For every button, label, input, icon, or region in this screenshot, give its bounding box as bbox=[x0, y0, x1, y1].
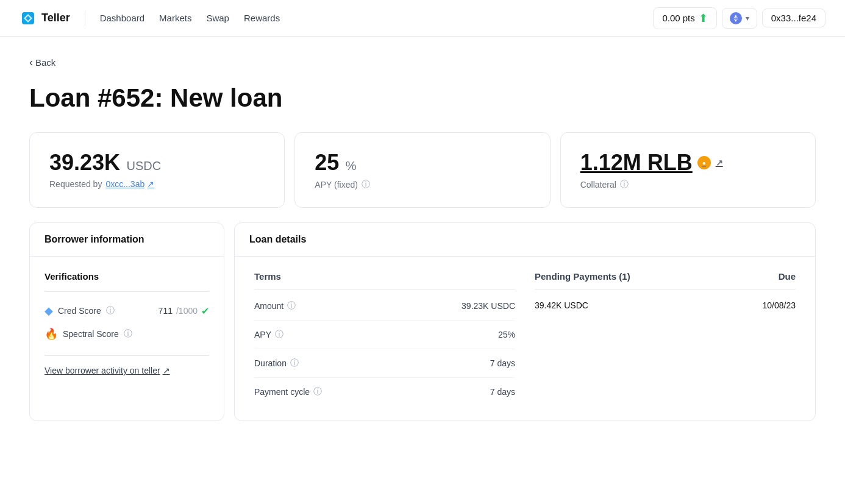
requester-link[interactable]: 0xcc...3ab ↗ bbox=[105, 179, 154, 189]
cred-score-max: /1000 bbox=[176, 306, 198, 316]
apy-info-icon[interactable]: ⓘ bbox=[362, 179, 370, 190]
cred-score-left: ◆ Cred Score ⓘ bbox=[45, 304, 115, 318]
duration-info-icon[interactable]: ⓘ bbox=[290, 358, 299, 369]
collateral-link[interactable]: 1.12M RLB ● ↗ bbox=[580, 150, 723, 176]
loan-apy-row: APY ⓘ 25% bbox=[254, 321, 515, 349]
apy-unit: % bbox=[346, 159, 357, 172]
pending-title: Pending Payments (1) bbox=[535, 271, 630, 282]
amount-info-icon[interactable]: ⓘ bbox=[287, 300, 296, 311]
rlb-token-icon: ● bbox=[697, 156, 711, 169]
bottom-sections: Borrower information Verifications ◆ Cre… bbox=[29, 222, 816, 421]
nav-dashboard[interactable]: Dashboard bbox=[100, 13, 144, 23]
payment-cycle-info-icon[interactable]: ⓘ bbox=[313, 386, 322, 397]
pending-payment-row: 39.42K USDC 10/08/23 bbox=[535, 292, 796, 319]
cred-score-row: ◆ Cred Score ⓘ 711 /1000 ✔ bbox=[45, 299, 209, 322]
back-label: Back bbox=[35, 57, 55, 68]
cred-score-label: Cred Score bbox=[58, 306, 101, 316]
terms-column: Terms Amount ⓘ 39.23K USDC APY bbox=[254, 271, 515, 406]
logo[interactable]: Teller bbox=[20, 10, 70, 27]
verifications-title: Verifications bbox=[45, 271, 209, 282]
collateral-card: 1.12M RLB ● ↗ Collateral ⓘ bbox=[560, 132, 816, 208]
apy-row-value: 25% bbox=[498, 330, 515, 339]
navbar-right: 0.00 pts ⬆ ▾ 0x33...fe24 bbox=[653, 7, 825, 29]
loan-section-header: Loan details bbox=[235, 223, 815, 257]
nav-divider bbox=[85, 11, 85, 26]
eth-logo-icon bbox=[730, 12, 742, 24]
pending-column: Pending Payments (1) Due 39.42K USDC 10/… bbox=[535, 271, 796, 406]
pending-col-header: Pending Payments (1) Due bbox=[535, 271, 796, 289]
amount-unit: USDC bbox=[127, 159, 162, 172]
back-button[interactable]: ‹ Back bbox=[29, 56, 55, 69]
loan-section-body: Terms Amount ⓘ 39.23K USDC APY bbox=[235, 257, 815, 421]
borrower-section: Borrower information Verifications ◆ Cre… bbox=[29, 222, 224, 421]
apy-number: 25 bbox=[315, 150, 339, 175]
view-borrower-external-icon: ↗ bbox=[163, 366, 170, 375]
collateral-info-icon[interactable]: ⓘ bbox=[620, 179, 629, 190]
cred-score-number: 711 bbox=[159, 306, 173, 316]
verif-divider-bottom bbox=[45, 355, 209, 356]
collateral-label: Collateral ⓘ bbox=[580, 179, 796, 190]
teller-logo-icon bbox=[20, 10, 37, 27]
spectral-score-info-icon[interactable]: ⓘ bbox=[124, 328, 132, 339]
cred-score-check-icon: ✔ bbox=[201, 305, 209, 317]
apy-row-label: APY ⓘ bbox=[254, 329, 283, 340]
pending-amount: 39.42K USDC bbox=[535, 300, 588, 310]
nav-swap[interactable]: Swap bbox=[206, 13, 229, 23]
collateral-external-icon: ↗ bbox=[716, 158, 723, 168]
loan-payment-cycle-row: Payment cycle ⓘ 7 days bbox=[254, 378, 515, 406]
view-borrower-label: View borrower activity on teller bbox=[45, 366, 160, 375]
apy-row-info-icon[interactable]: ⓘ bbox=[275, 329, 283, 340]
loan-section: Loan details Terms Amount ⓘ 39.23 bbox=[234, 222, 816, 421]
spectral-score-row: 🔥 Spectral Score ⓘ bbox=[45, 322, 209, 346]
borrower-section-body: Verifications ◆ Cred Score ⓘ 711 /1000 ✔ bbox=[30, 257, 224, 390]
eth-chevron-icon: ▾ bbox=[746, 14, 749, 23]
navbar-left: Teller Dashboard Markets Swap Rewards bbox=[20, 10, 280, 27]
loan-amount-row: Amount ⓘ 39.23K USDC bbox=[254, 292, 515, 321]
view-borrower-link[interactable]: View borrower activity on teller ↗ bbox=[45, 366, 209, 375]
amount-number: 39.23K bbox=[49, 150, 120, 175]
spectral-score-icon: 🔥 bbox=[45, 327, 58, 341]
pts-badge: 0.00 pts ⬆ bbox=[653, 7, 716, 29]
apy-card: 25 % APY (fixed) ⓘ bbox=[294, 132, 550, 208]
page-title: Loan #652: New loan bbox=[29, 83, 816, 113]
pts-icon: ⬆ bbox=[699, 12, 708, 25]
nav-rewards[interactable]: Rewards bbox=[244, 13, 280, 23]
apy-value: 25 % bbox=[315, 150, 530, 176]
amount-value: 39.23K USDC bbox=[49, 150, 265, 176]
apy-label: APY (fixed) ⓘ bbox=[315, 179, 530, 190]
collateral-value: 1.12M RLB ● ↗ bbox=[580, 150, 796, 176]
loan-grid: Terms Amount ⓘ 39.23K USDC APY bbox=[254, 271, 796, 406]
summary-cards: 39.23K USDC Requested by 0xcc...3ab ↗ 25… bbox=[29, 132, 816, 208]
spectral-score-label: Spectral Score bbox=[63, 329, 119, 339]
main-content: ‹ Back Loan #652: New loan 39.23K USDC R… bbox=[0, 37, 845, 441]
due-title: Due bbox=[779, 271, 796, 282]
spectral-score-left: 🔥 Spectral Score ⓘ bbox=[45, 327, 132, 341]
borrower-section-header: Borrower information bbox=[30, 223, 224, 257]
cred-score-icon: ◆ bbox=[45, 304, 53, 318]
amount-label: Amount ⓘ bbox=[254, 300, 296, 311]
amount-value: 39.23K USDC bbox=[462, 301, 515, 311]
verif-divider-top bbox=[45, 291, 209, 292]
amount-label: Requested by 0xcc...3ab ↗ bbox=[49, 179, 265, 189]
pending-date: 10/08/23 bbox=[763, 300, 796, 310]
payment-cycle-label: Payment cycle ⓘ bbox=[254, 386, 322, 397]
back-chevron-icon: ‹ bbox=[29, 56, 33, 69]
loan-duration-row: Duration ⓘ 7 days bbox=[254, 349, 515, 378]
duration-value: 7 days bbox=[490, 358, 515, 368]
duration-label: Duration ⓘ bbox=[254, 358, 299, 369]
external-link-icon: ↗ bbox=[147, 179, 154, 189]
eth-selector[interactable]: ▾ bbox=[722, 8, 757, 29]
cred-score-info-icon[interactable]: ⓘ bbox=[106, 305, 115, 316]
logo-text: Teller bbox=[41, 12, 70, 24]
cred-score-value: 711 /1000 ✔ bbox=[159, 305, 209, 317]
payment-cycle-value: 7 days bbox=[490, 387, 515, 397]
wallet-address-badge[interactable]: 0x33...fe24 bbox=[762, 9, 825, 27]
terms-title: Terms bbox=[254, 271, 281, 282]
terms-col-header: Terms bbox=[254, 271, 515, 289]
amount-card: 39.23K USDC Requested by 0xcc...3ab ↗ bbox=[29, 132, 285, 208]
pts-value: 0.00 pts bbox=[662, 13, 694, 23]
nav-markets[interactable]: Markets bbox=[159, 13, 191, 23]
navbar: Teller Dashboard Markets Swap Rewards 0.… bbox=[0, 0, 845, 37]
nav-links: Dashboard Markets Swap Rewards bbox=[100, 13, 280, 23]
